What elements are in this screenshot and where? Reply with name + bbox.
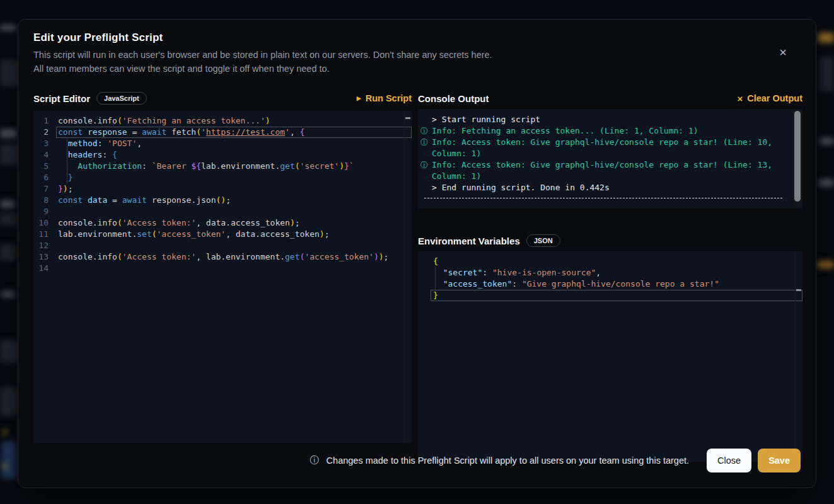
modal-title: Edit your Preflight Script [33, 32, 163, 44]
line-number: 9 [33, 206, 56, 217]
preflight-script-modal: × Edit your Preflight Script This script… [18, 19, 816, 488]
modal-footer: ⓘ Changes made to this Preflight Script … [33, 449, 801, 472]
backdrop-blur-shape [818, 179, 834, 186]
line-number: 2 [33, 127, 56, 138]
run-script-label: Run Script [366, 93, 412, 103]
console-line: > Start running script [420, 114, 786, 125]
code-line: { [418, 256, 802, 267]
script-editor[interactable]: 1console.info('Fetching an access token.… [33, 111, 412, 443]
code-line: 13console.info('Access token:', lab.envi… [33, 251, 412, 263]
environment-variables-editor[interactable]: { "secret": "hive-is-open-source", "acce… [418, 251, 802, 462]
indent-guide [67, 138, 67, 183]
backdrop-blur-shape [818, 33, 834, 43]
code-line: "secret": "hive-is-open-source", [418, 267, 802, 278]
output-column: Console Output × Clear Output > Start ru… [418, 89, 802, 108]
code-line: 9 [33, 206, 412, 217]
backdrop-blur-shape [1, 441, 16, 479]
line-number: 12 [33, 240, 56, 251]
line-number: 10 [33, 217, 56, 229]
backdrop-blur-shape [0, 213, 18, 226]
editor-scroll-track[interactable] [795, 251, 802, 462]
backdrop-blur-shape [3, 430, 8, 435]
backdrop-blur-shape [0, 60, 19, 86]
backdrop-blur-shape [820, 137, 834, 145]
run-script-button[interactable]: ▶ Run Script [357, 93, 412, 103]
line-number: 6 [33, 172, 56, 183]
code-line: 6 } [33, 172, 412, 183]
code-line: 1console.info('Fetching an access token.… [33, 115, 412, 127]
line-number: 11 [33, 229, 56, 240]
code-line: 8const data = await response.json(); [33, 195, 412, 206]
modal-description-line1: This script will run in each user's brow… [33, 50, 492, 60]
close-icon[interactable]: × [775, 45, 791, 60]
close-button[interactable]: Close [707, 449, 751, 472]
code-line: } [418, 290, 802, 301]
info-icon: ⓘ [420, 159, 428, 171]
code-line: 12 [33, 240, 412, 251]
backdrop-blur-shape [3, 464, 8, 469]
format-badge: JSON [526, 234, 560, 247]
backdrop-blur-shape [0, 340, 19, 363]
code-line: "access_token": "Give graphql-hive/conso… [418, 278, 802, 290]
backdrop-blur-shape [0, 25, 16, 30]
line-number: 5 [33, 161, 56, 172]
code-line: 4 headers: { [33, 149, 412, 161]
console-scrollbar-thumb[interactable] [794, 111, 801, 202]
code-line: 14 [33, 263, 412, 274]
clear-output-label: Clear Output [747, 93, 802, 103]
console-line: > End running script. Done in 0.442s [420, 182, 786, 193]
backdrop-blur-shape [0, 387, 18, 416]
console-line: ⓘInfo: Access token: Give graphql-hive/c… [420, 159, 786, 182]
backdrop-blur-shape [1, 291, 15, 297]
modal-description-line2: All team members can view the script and… [33, 64, 330, 74]
console-line: ⓘInfo: Access token: Give graphql-hive/c… [420, 137, 786, 159]
line-number: 13 [33, 251, 56, 263]
code-line: 7}); [33, 183, 412, 195]
line-number: 8 [33, 195, 56, 206]
backdrop-blur-shape [0, 129, 18, 138]
backdrop-blur-shape [820, 57, 834, 92]
line-number: 14 [33, 263, 56, 274]
backdrop-blur-shape [0, 144, 19, 165]
console-output-title: Console Output [418, 93, 489, 104]
console-scrollbar[interactable] [793, 110, 802, 208]
line-number: 7 [33, 183, 56, 195]
overview-ruler-mark [405, 117, 410, 119]
play-icon: ▶ [357, 96, 361, 101]
clear-output-button[interactable]: × Clear Output [737, 93, 802, 103]
info-icon: ⓘ [420, 125, 428, 137]
overview-ruler-mark [796, 289, 801, 291]
code-line: 2const response = await fetch('https://t… [33, 127, 412, 138]
info-icon: ⓘ [420, 137, 428, 148]
save-button[interactable]: Save [758, 449, 801, 472]
backdrop-blur-shape [0, 200, 15, 208]
backdrop-blur-shape [817, 261, 834, 268]
line-number: 3 [33, 138, 56, 149]
line-number: 1 [33, 115, 56, 127]
code-line: 5 Authorization: `Bearer ${lab.environme… [33, 161, 412, 172]
clear-icon: × [737, 94, 743, 103]
environment-variables-title: Environment Variables [418, 236, 520, 246]
line-number: 4 [33, 149, 56, 161]
script-editor-column: Script Editor JavaScript ▶ Run Script 1c… [33, 89, 412, 108]
console-output: > Start running scriptⓘInfo: Fetching an… [418, 109, 802, 209]
console-line: ⓘInfo: Fetching an access token... (Line… [420, 125, 786, 137]
code-line: 10console.info('Access token:', data.acc… [33, 217, 412, 229]
script-editor-title: Script Editor [33, 93, 90, 104]
footer-notice: Changes made to this Preflight Script wi… [327, 455, 689, 466]
language-badge: JavaScript [96, 92, 147, 105]
editor-scroll-track[interactable] [404, 111, 412, 443]
code-line: 3 method: 'POST', [33, 138, 412, 149]
info-icon: ⓘ [310, 455, 319, 466]
console-separator [424, 198, 782, 198]
indent-guide [435, 267, 436, 290]
backdrop-blur-shape [0, 244, 16, 261]
code-line: 11lab.environment.set('access_token', da… [33, 229, 412, 240]
